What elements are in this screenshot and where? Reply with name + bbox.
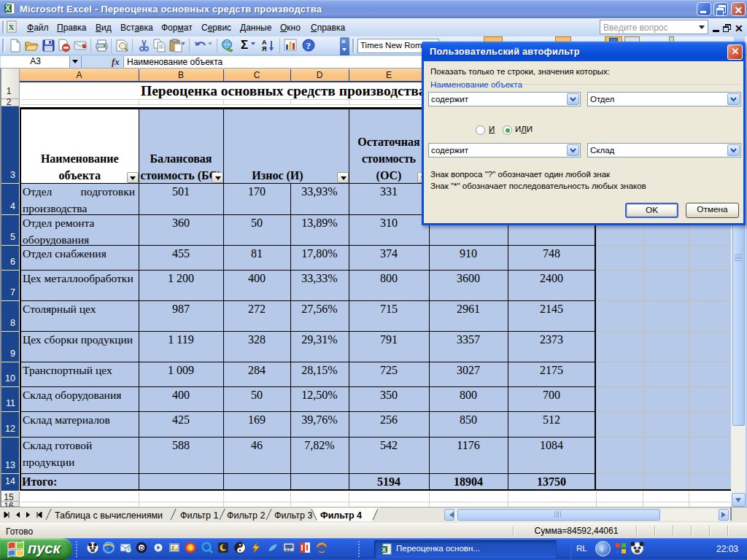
svg-text:D: D [140,545,144,551]
svg-text:Я: Я [262,45,266,52]
svg-text:X: X [5,4,10,12]
svg-text:e: e [106,543,109,552]
svg-text:?: ? [306,40,311,51]
svg-text:4.0: 4.0 [285,548,290,552]
svg-text:X: X [382,546,387,553]
svg-text:X: X [9,23,15,31]
